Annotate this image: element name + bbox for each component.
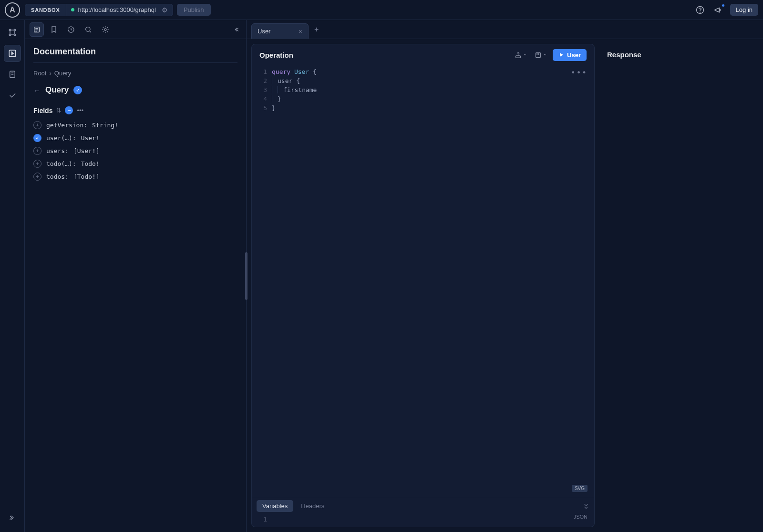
run-label: User <box>567 51 581 59</box>
sort-icon[interactable]: ⇅ <box>56 107 61 114</box>
field-name: users: <box>46 147 69 154</box>
breadcrumb-root[interactable]: Root <box>33 70 46 77</box>
svg-point-1 <box>700 12 700 12</box>
editor-menu-icon[interactable]: ••• <box>571 68 588 77</box>
field-type: [Todo!] <box>73 173 100 180</box>
field-name: todo(…): <box>46 160 76 167</box>
search-icon[interactable] <box>81 22 95 37</box>
vars-gutter: 1 <box>252 516 272 523</box>
help-icon[interactable] <box>694 4 706 16</box>
svg-point-5 <box>14 34 15 35</box>
save-collection-icon[interactable] <box>533 50 549 61</box>
collapse-panel-icon[interactable] <box>231 24 241 35</box>
field-type: User! <box>81 134 100 142</box>
code-editor[interactable]: 1 2 3 4 5 query User { user { firstname … <box>252 65 594 497</box>
tabs-row: User × + <box>247 20 763 39</box>
field-row[interactable]: ✓ user(…): User! <box>33 134 237 142</box>
collapse-all-icon[interactable]: − <box>65 106 73 114</box>
gear-icon[interactable] <box>98 22 113 37</box>
publish-button[interactable]: Publish <box>177 4 211 16</box>
add-field-icon[interactable]: + <box>33 147 41 155</box>
sandbox-badge: SANDBOX <box>25 4 66 16</box>
announcement-icon[interactable] <box>712 4 724 16</box>
back-arrow-icon[interactable]: ← <box>33 86 41 94</box>
breadcrumb: Root › Query <box>33 70 237 77</box>
svg-point-4 <box>9 34 10 35</box>
operation-panel: Operation User <box>251 44 595 527</box>
svg-badge[interactable]: SVG <box>572 485 588 492</box>
field-name: getVersion: <box>46 122 87 129</box>
history-icon[interactable] <box>64 22 78 37</box>
status-online-icon <box>71 8 74 11</box>
share-icon[interactable] <box>513 50 529 61</box>
collapse-vars-icon[interactable] <box>583 503 589 510</box>
field-row[interactable]: + todo(…): Todo! <box>33 160 237 168</box>
rail-docs-icon[interactable] <box>4 66 21 83</box>
response-panel: Response <box>599 44 758 527</box>
add-field-icon[interactable]: + <box>33 121 41 129</box>
response-title: Response <box>607 51 751 59</box>
resize-handle[interactable] <box>245 252 247 300</box>
sandbox-endpoint-pill: SANDBOX http://localhost:3000/graphql ⚙ <box>25 4 173 16</box>
field-type: Todo! <box>81 160 100 167</box>
left-rail <box>0 20 25 532</box>
field-row[interactable]: + todos: [Todo!] <box>33 173 237 181</box>
line-gutter: 1 2 3 4 5 <box>252 67 272 497</box>
field-name: user(…): <box>46 134 76 142</box>
variables-section: Variables Headers 1 JSON <box>252 497 594 527</box>
main-area: User × + Operation <box>247 20 763 532</box>
gear-icon[interactable]: ⚙ <box>160 6 168 14</box>
tab-variables[interactable]: Variables <box>257 500 293 512</box>
add-tab-icon[interactable]: + <box>310 25 322 34</box>
code-content: query User { user { firstname } } <box>272 67 317 497</box>
apollo-logo[interactable]: A <box>5 2 20 18</box>
endpoint-text: http://localhost:3000/graphql <box>78 6 156 13</box>
format-label: JSON <box>574 514 588 520</box>
doc-toolbar <box>25 20 246 39</box>
fields-header: Fields <box>33 107 52 114</box>
chevron-right-icon: › <box>49 70 51 77</box>
field-name: todos: <box>46 173 69 180</box>
top-bar: A SANDBOX http://localhost:3000/graphql … <box>0 0 763 20</box>
fields-list: + getVersion: String! ✓ user(…): User! +… <box>33 121 237 181</box>
operation-title: Operation <box>259 51 293 59</box>
field-row[interactable]: + users: [User!] <box>33 147 237 155</box>
check-badge-icon: ✓ <box>73 86 82 94</box>
tab-user[interactable]: User × <box>251 23 309 39</box>
login-button[interactable]: Log in <box>730 4 758 16</box>
tab-headers[interactable]: Headers <box>295 500 330 512</box>
more-icon[interactable]: ••• <box>77 107 83 114</box>
run-button[interactable]: User <box>553 49 587 61</box>
notification-dot-icon <box>722 4 725 7</box>
svg-point-3 <box>14 29 15 31</box>
close-icon[interactable]: × <box>299 28 302 35</box>
breadcrumb-current: Query <box>54 70 71 77</box>
field-row[interactable]: + getVersion: String! <box>33 121 237 129</box>
add-field-icon[interactable]: + <box>33 160 41 168</box>
rail-schema-icon[interactable] <box>4 24 21 41</box>
rail-expand-icon[interactable] <box>4 509 21 526</box>
svg-rect-12 <box>536 52 541 57</box>
field-type: String! <box>92 122 118 129</box>
svg-point-9 <box>86 27 90 31</box>
endpoint-input[interactable]: http://localhost:3000/graphql ⚙ <box>66 4 173 16</box>
documentation-panel: Documentation Root › Query ← Query ✓ Fie… <box>25 20 247 532</box>
variables-editor[interactable]: 1 JSON <box>252 515 594 527</box>
svg-point-10 <box>104 29 106 31</box>
schema-section-title: Query <box>45 85 69 95</box>
field-type: [User!] <box>73 147 100 154</box>
svg-rect-11 <box>516 55 521 57</box>
tab-label: User <box>258 28 270 35</box>
doc-title: Documentation <box>33 47 237 63</box>
add-field-icon[interactable]: + <box>33 173 41 181</box>
field-selected-icon[interactable]: ✓ <box>33 134 41 142</box>
doc-tab-icon[interactable] <box>30 22 44 37</box>
svg-point-2 <box>9 29 10 31</box>
rail-checks-icon[interactable] <box>4 87 21 104</box>
bookmark-icon[interactable] <box>47 22 61 37</box>
rail-explorer-icon[interactable] <box>4 45 21 62</box>
